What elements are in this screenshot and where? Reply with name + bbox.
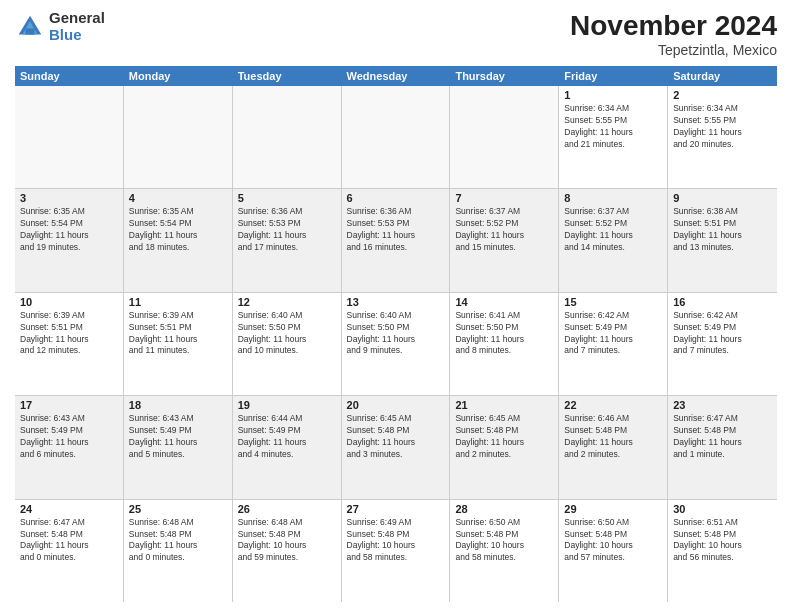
calendar-week-5: 24Sunrise: 6:47 AM Sunset: 5:48 PM Dayli… — [15, 500, 777, 602]
calendar-day-23: 23Sunrise: 6:47 AM Sunset: 5:48 PM Dayli… — [668, 396, 777, 498]
day-number: 3 — [20, 192, 118, 204]
calendar-day-6: 6Sunrise: 6:36 AM Sunset: 5:53 PM Daylig… — [342, 189, 451, 291]
day-number: 13 — [347, 296, 445, 308]
day-number: 17 — [20, 399, 118, 411]
calendar-week-1: 1Sunrise: 6:34 AM Sunset: 5:55 PM Daylig… — [15, 86, 777, 189]
day-info: Sunrise: 6:36 AM Sunset: 5:53 PM Dayligh… — [347, 206, 445, 254]
calendar-day-empty-4 — [450, 86, 559, 188]
day-number: 16 — [673, 296, 772, 308]
calendar-day-20: 20Sunrise: 6:45 AM Sunset: 5:48 PM Dayli… — [342, 396, 451, 498]
day-info: Sunrise: 6:36 AM Sunset: 5:53 PM Dayligh… — [238, 206, 336, 254]
day-info: Sunrise: 6:49 AM Sunset: 5:48 PM Dayligh… — [347, 517, 445, 565]
logo-text: General Blue — [49, 10, 105, 43]
day-number: 19 — [238, 399, 336, 411]
calendar-day-4: 4Sunrise: 6:35 AM Sunset: 5:54 PM Daylig… — [124, 189, 233, 291]
day-number: 26 — [238, 503, 336, 515]
day-info: Sunrise: 6:45 AM Sunset: 5:48 PM Dayligh… — [347, 413, 445, 461]
calendar-day-17: 17Sunrise: 6:43 AM Sunset: 5:49 PM Dayli… — [15, 396, 124, 498]
calendar-day-25: 25Sunrise: 6:48 AM Sunset: 5:48 PM Dayli… — [124, 500, 233, 602]
day-number: 8 — [564, 192, 662, 204]
calendar-week-3: 10Sunrise: 6:39 AM Sunset: 5:51 PM Dayli… — [15, 293, 777, 396]
calendar-day-8: 8Sunrise: 6:37 AM Sunset: 5:52 PM Daylig… — [559, 189, 668, 291]
header-day-tuesday: Tuesday — [233, 66, 342, 86]
header-day-thursday: Thursday — [450, 66, 559, 86]
calendar: SundayMondayTuesdayWednesdayThursdayFrid… — [15, 66, 777, 602]
day-info: Sunrise: 6:47 AM Sunset: 5:48 PM Dayligh… — [20, 517, 118, 565]
day-info: Sunrise: 6:41 AM Sunset: 5:50 PM Dayligh… — [455, 310, 553, 358]
calendar-day-16: 16Sunrise: 6:42 AM Sunset: 5:49 PM Dayli… — [668, 293, 777, 395]
day-number: 24 — [20, 503, 118, 515]
day-info: Sunrise: 6:35 AM Sunset: 5:54 PM Dayligh… — [20, 206, 118, 254]
logo: General Blue — [15, 10, 105, 43]
day-number: 28 — [455, 503, 553, 515]
day-number: 11 — [129, 296, 227, 308]
calendar-day-29: 29Sunrise: 6:50 AM Sunset: 5:48 PM Dayli… — [559, 500, 668, 602]
logo-icon — [15, 12, 45, 42]
day-info: Sunrise: 6:43 AM Sunset: 5:49 PM Dayligh… — [20, 413, 118, 461]
calendar-day-empty-1 — [124, 86, 233, 188]
calendar-day-14: 14Sunrise: 6:41 AM Sunset: 5:50 PM Dayli… — [450, 293, 559, 395]
day-number: 12 — [238, 296, 336, 308]
day-info: Sunrise: 6:40 AM Sunset: 5:50 PM Dayligh… — [347, 310, 445, 358]
day-number: 22 — [564, 399, 662, 411]
calendar-day-2: 2Sunrise: 6:34 AM Sunset: 5:55 PM Daylig… — [668, 86, 777, 188]
calendar-day-15: 15Sunrise: 6:42 AM Sunset: 5:49 PM Dayli… — [559, 293, 668, 395]
day-info: Sunrise: 6:39 AM Sunset: 5:51 PM Dayligh… — [129, 310, 227, 358]
calendar-day-22: 22Sunrise: 6:46 AM Sunset: 5:48 PM Dayli… — [559, 396, 668, 498]
calendar-day-empty-3 — [342, 86, 451, 188]
calendar-day-12: 12Sunrise: 6:40 AM Sunset: 5:50 PM Dayli… — [233, 293, 342, 395]
calendar-day-28: 28Sunrise: 6:50 AM Sunset: 5:48 PM Dayli… — [450, 500, 559, 602]
day-info: Sunrise: 6:44 AM Sunset: 5:49 PM Dayligh… — [238, 413, 336, 461]
day-number: 1 — [564, 89, 662, 101]
calendar-week-2: 3Sunrise: 6:35 AM Sunset: 5:54 PM Daylig… — [15, 189, 777, 292]
day-info: Sunrise: 6:34 AM Sunset: 5:55 PM Dayligh… — [564, 103, 662, 151]
calendar-day-13: 13Sunrise: 6:40 AM Sunset: 5:50 PM Dayli… — [342, 293, 451, 395]
calendar-body: 1Sunrise: 6:34 AM Sunset: 5:55 PM Daylig… — [15, 86, 777, 602]
day-info: Sunrise: 6:48 AM Sunset: 5:48 PM Dayligh… — [129, 517, 227, 565]
day-number: 10 — [20, 296, 118, 308]
header-day-friday: Friday — [559, 66, 668, 86]
day-number: 6 — [347, 192, 445, 204]
calendar-day-7: 7Sunrise: 6:37 AM Sunset: 5:52 PM Daylig… — [450, 189, 559, 291]
calendar-day-empty-0 — [15, 86, 124, 188]
calendar-day-empty-2 — [233, 86, 342, 188]
day-info: Sunrise: 6:50 AM Sunset: 5:48 PM Dayligh… — [564, 517, 662, 565]
header-day-sunday: Sunday — [15, 66, 124, 86]
calendar-day-26: 26Sunrise: 6:48 AM Sunset: 5:48 PM Dayli… — [233, 500, 342, 602]
calendar-day-30: 30Sunrise: 6:51 AM Sunset: 5:48 PM Dayli… — [668, 500, 777, 602]
calendar-day-18: 18Sunrise: 6:43 AM Sunset: 5:49 PM Dayli… — [124, 396, 233, 498]
day-info: Sunrise: 6:45 AM Sunset: 5:48 PM Dayligh… — [455, 413, 553, 461]
day-number: 14 — [455, 296, 553, 308]
day-number: 23 — [673, 399, 772, 411]
calendar-day-1: 1Sunrise: 6:34 AM Sunset: 5:55 PM Daylig… — [559, 86, 668, 188]
day-number: 27 — [347, 503, 445, 515]
header: General Blue November 2024 Tepetzintla, … — [15, 10, 777, 58]
calendar-day-19: 19Sunrise: 6:44 AM Sunset: 5:49 PM Dayli… — [233, 396, 342, 498]
day-info: Sunrise: 6:38 AM Sunset: 5:51 PM Dayligh… — [673, 206, 772, 254]
day-info: Sunrise: 6:51 AM Sunset: 5:48 PM Dayligh… — [673, 517, 772, 565]
day-info: Sunrise: 6:43 AM Sunset: 5:49 PM Dayligh… — [129, 413, 227, 461]
day-info: Sunrise: 6:42 AM Sunset: 5:49 PM Dayligh… — [673, 310, 772, 358]
calendar-day-27: 27Sunrise: 6:49 AM Sunset: 5:48 PM Dayli… — [342, 500, 451, 602]
day-number: 4 — [129, 192, 227, 204]
day-number: 7 — [455, 192, 553, 204]
calendar-day-24: 24Sunrise: 6:47 AM Sunset: 5:48 PM Dayli… — [15, 500, 124, 602]
calendar-header: SundayMondayTuesdayWednesdayThursdayFrid… — [15, 66, 777, 86]
calendar-day-9: 9Sunrise: 6:38 AM Sunset: 5:51 PM Daylig… — [668, 189, 777, 291]
day-number: 21 — [455, 399, 553, 411]
header-day-monday: Monday — [124, 66, 233, 86]
calendar-day-10: 10Sunrise: 6:39 AM Sunset: 5:51 PM Dayli… — [15, 293, 124, 395]
day-info: Sunrise: 6:48 AM Sunset: 5:48 PM Dayligh… — [238, 517, 336, 565]
day-number: 15 — [564, 296, 662, 308]
day-info: Sunrise: 6:34 AM Sunset: 5:55 PM Dayligh… — [673, 103, 772, 151]
day-number: 9 — [673, 192, 772, 204]
calendar-day-11: 11Sunrise: 6:39 AM Sunset: 5:51 PM Dayli… — [124, 293, 233, 395]
day-number: 20 — [347, 399, 445, 411]
header-day-saturday: Saturday — [668, 66, 777, 86]
title-block: November 2024 Tepetzintla, Mexico — [570, 10, 777, 58]
day-number: 5 — [238, 192, 336, 204]
logo-general-label: General — [49, 10, 105, 27]
calendar-day-3: 3Sunrise: 6:35 AM Sunset: 5:54 PM Daylig… — [15, 189, 124, 291]
calendar-week-4: 17Sunrise: 6:43 AM Sunset: 5:49 PM Dayli… — [15, 396, 777, 499]
day-number: 29 — [564, 503, 662, 515]
